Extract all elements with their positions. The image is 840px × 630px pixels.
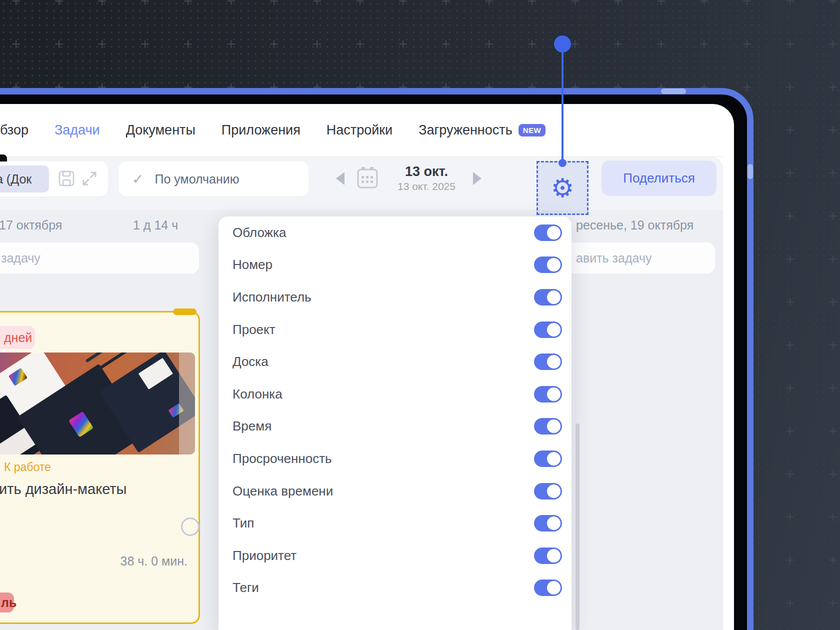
plus-glyph: + xyxy=(828,294,838,310)
calendar-icon[interactable] xyxy=(356,166,379,190)
plus-glyph: + xyxy=(656,0,666,9)
new-badge: NEW xyxy=(518,124,546,136)
plus-glyph: + xyxy=(786,380,795,396)
column-toggle[interactable] xyxy=(534,483,562,500)
plus-glyph: + xyxy=(140,0,150,9)
board-name-chip[interactable]: а (Док xyxy=(0,166,49,192)
column-menu-row: Доска xyxy=(218,346,572,378)
plus-glyph: + xyxy=(270,36,279,52)
plus-glyph: + xyxy=(442,0,451,9)
plus-glyph: + xyxy=(356,0,365,9)
plus-glyph: + xyxy=(98,36,107,52)
plus-glyph: + xyxy=(226,0,236,9)
card-top-marker xyxy=(173,308,196,315)
column-toggle[interactable] xyxy=(534,256,562,273)
column-menu-label: Доска xyxy=(232,354,268,370)
plus-glyph: + xyxy=(786,595,795,611)
column-menu-label: Оценка времени xyxy=(232,484,333,499)
plus-glyph: + xyxy=(786,0,795,9)
column-toggle[interactable] xyxy=(534,224,562,241)
time-estimate: 38 ч. 0 мин. xyxy=(85,554,188,568)
plus-glyph: + xyxy=(786,79,795,95)
save-icon[interactable] xyxy=(58,170,75,187)
plus-glyph: + xyxy=(614,36,623,52)
prev-day-arrow[interactable] xyxy=(336,172,344,185)
nav-tab-documents[interactable]: Документы xyxy=(126,122,196,138)
plus-glyph: + xyxy=(442,36,451,52)
scrollbar-thumb[interactable] xyxy=(576,424,580,630)
plus-glyph: + xyxy=(786,251,795,267)
plus-glyph: + xyxy=(786,165,795,181)
plus-glyph: + xyxy=(786,423,795,439)
plus-glyph: + xyxy=(786,466,795,482)
column-menu-row: Время xyxy=(218,410,572,443)
plus-glyph: + xyxy=(54,0,64,9)
next-day-arrow[interactable] xyxy=(473,172,482,185)
nav-tab-apps[interactable]: Приложения xyxy=(222,122,300,138)
date-title: 13 окт. xyxy=(385,164,468,180)
left-column-date: 17 октября xyxy=(0,218,62,232)
column-toggle[interactable] xyxy=(534,580,562,596)
plus-glyph: + xyxy=(742,36,752,52)
column-menu-row: Оценка времени xyxy=(218,475,572,508)
cover-logo xyxy=(8,368,28,386)
column-menu-label: Колонка xyxy=(232,386,282,402)
check-icon: ✓ xyxy=(132,171,144,188)
plus-glyph: + xyxy=(828,122,838,138)
plus-glyph: + xyxy=(570,36,580,52)
column-toggle[interactable] xyxy=(534,354,562,370)
share-button[interactable]: Поделиться xyxy=(602,160,716,196)
plus-glyph: + xyxy=(828,595,838,611)
plus-glyph: + xyxy=(140,36,150,52)
columns-settings-button[interactable]: ⚙ xyxy=(536,161,588,215)
right-column-date: ресенье, 19 октября xyxy=(576,218,694,232)
plus-glyph: + xyxy=(54,36,64,52)
plus-glyph: + xyxy=(786,552,795,568)
nav-tab-settings[interactable]: Настройки xyxy=(326,122,392,138)
plus-glyph: + xyxy=(614,0,623,9)
assignee-circle[interactable] xyxy=(181,518,200,536)
expand-icon[interactable] xyxy=(81,170,98,187)
nav-tab-workload-label: Загруженность xyxy=(418,122,512,138)
add-task-label: авить задачу xyxy=(576,251,652,266)
add-task-row-right[interactable]: авить задачу xyxy=(550,242,715,274)
plus-glyph: + xyxy=(312,0,322,9)
view-selector-label: По умолчанию xyxy=(154,172,239,186)
plus-glyph: + xyxy=(786,509,795,525)
plus-glyph: + xyxy=(656,36,666,52)
plus-glyph: + xyxy=(786,337,795,353)
cover-edge-light xyxy=(179,352,195,454)
column-menu-label: Теги xyxy=(232,580,259,596)
column-menu-label: Просроченность xyxy=(232,451,332,466)
plus-glyph: + xyxy=(12,36,21,52)
column-toggle[interactable] xyxy=(534,450,562,467)
plus-glyph: + xyxy=(184,36,193,52)
nav-tab-overview[interactable]: бзор xyxy=(0,122,28,138)
nav-tab-tasks[interactable]: Задачи xyxy=(54,122,100,138)
card-status-label: К работе xyxy=(4,460,51,474)
annotation-line xyxy=(562,44,564,162)
column-toggle[interactable] xyxy=(534,515,562,532)
plus-glyph: + xyxy=(398,0,408,9)
annotation-dot xyxy=(554,36,571,52)
column-toggle[interactable] xyxy=(534,418,562,434)
column-menu-label: Номер xyxy=(232,257,272,272)
column-menu-row: Исполнитель xyxy=(218,281,572,314)
plus-glyph: + xyxy=(828,380,838,396)
column-toggle[interactable] xyxy=(534,322,562,338)
annotation-joint-dot xyxy=(558,159,566,167)
column-menu-label: Исполнитель xyxy=(232,290,312,305)
column-menu-label: Обложка xyxy=(232,225,286,240)
plus-glyph: + xyxy=(742,0,752,9)
add-task-row-left[interactable]: задачу xyxy=(0,242,199,274)
column-toggle[interactable] xyxy=(534,548,562,564)
plus-glyph: + xyxy=(828,552,838,568)
plus-glyph: + xyxy=(12,0,21,9)
column-menu-label: Тип xyxy=(232,516,254,531)
view-selector[interactable]: ✓ По умолчанию xyxy=(118,162,308,196)
column-toggle[interactable] xyxy=(534,386,562,402)
plus-glyph: + xyxy=(700,36,709,52)
nav-tab-workload[interactable]: Загруженность NEW xyxy=(418,122,546,138)
add-task-label: задачу xyxy=(1,251,40,266)
column-toggle[interactable] xyxy=(534,289,562,306)
